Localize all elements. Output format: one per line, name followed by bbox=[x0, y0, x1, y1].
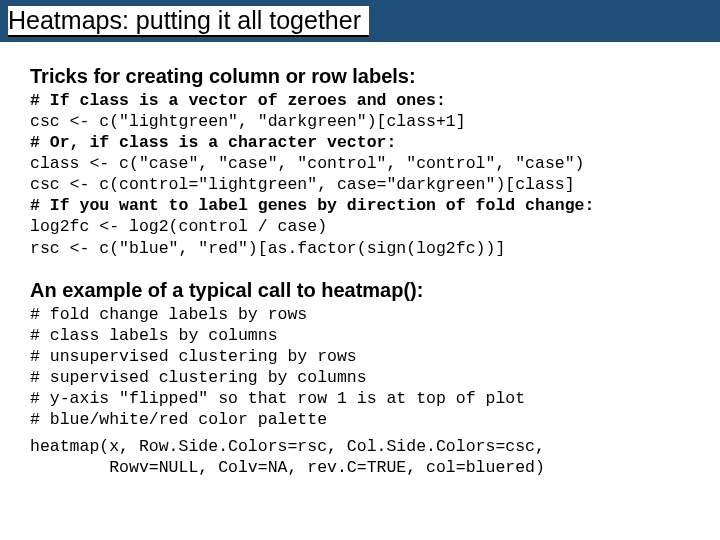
code-comment: # Or, if class is a character vector: bbox=[30, 133, 396, 152]
code-comment: # If you want to label genes by directio… bbox=[30, 196, 594, 215]
code-line: class <- c("case", "case", "control", "c… bbox=[30, 154, 585, 173]
code-line: # blue/white/red color palette bbox=[30, 410, 327, 429]
code-line: heatmap(x, Row.Side.Colors=rsc, Col.Side… bbox=[30, 437, 545, 456]
code-line: # class labels by columns bbox=[30, 326, 278, 345]
section1-code: # If class is a vector of zeroes and one… bbox=[30, 90, 692, 259]
section2-call: heatmap(x, Row.Side.Colors=rsc, Col.Side… bbox=[30, 436, 692, 478]
section2-code: # fold change labels by rows # class lab… bbox=[30, 304, 692, 431]
code-line: csc <- c("lightgreen", "darkgreen")[clas… bbox=[30, 112, 466, 131]
slide-content: Tricks for creating column or row labels… bbox=[0, 49, 720, 479]
section2-heading: An example of a typical call to heatmap(… bbox=[30, 279, 692, 302]
code-comment: # If class is a vector of zeroes and one… bbox=[30, 91, 446, 110]
code-line: csc <- c(control="lightgreen", case="dar… bbox=[30, 175, 575, 194]
section1-heading: Tricks for creating column or row labels… bbox=[30, 65, 692, 88]
code-line: rsc <- c("blue", "red")[as.factor(sign(l… bbox=[30, 239, 505, 258]
code-line: log2fc <- log2(control / case) bbox=[30, 217, 327, 236]
code-line: # fold change labels by rows bbox=[30, 305, 307, 324]
code-line: # supervised clustering by columns bbox=[30, 368, 367, 387]
code-line: # unsupervised clustering by rows bbox=[30, 347, 357, 366]
slide-title: Heatmaps: putting it all together bbox=[8, 6, 369, 37]
code-line: # y-axis "flipped" so that row 1 is at t… bbox=[30, 389, 525, 408]
code-line: Rowv=NULL, Colv=NA, rev.C=TRUE, col=blue… bbox=[30, 458, 545, 477]
